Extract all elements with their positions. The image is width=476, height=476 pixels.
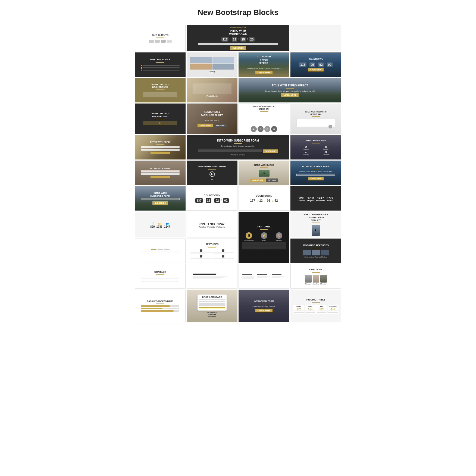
progress3 <box>141 310 180 312</box>
stat2-l3: Followers <box>217 226 226 228</box>
users-say1-block: WHAT OUR FANTASTICUSERS SAY A B C D <box>239 104 289 134</box>
typed-wide-desc: Lorem ipsum dolor sit amet consectetur a… <box>255 90 325 92</box>
accent-line23 <box>260 304 268 304</box>
stat-d1: 899 <box>298 196 305 200</box>
kenburns-block: KENBURNS &PARALLAX SLIDER Slider with ef… <box>187 104 237 134</box>
our-team-block: OUR TEAM Member Member Member <box>290 264 341 289</box>
intro-subscribe-block: INTRO WITH SUBSCRIBE FORM Lorem ipsum do… <box>187 135 289 159</box>
accent-line3 <box>260 66 268 66</box>
our-clients-block: OUR CLIENTS <box>135 25 186 51</box>
intro-form2-label: INTRO WITH FORM <box>150 167 170 170</box>
stat-d4: 3777 <box>327 196 333 200</box>
stats-dark-block: 899 Articles 1783 Projects 1247 Follower… <box>290 186 341 211</box>
form-input2 <box>141 149 180 151</box>
intro-image-btn2[interactable]: TRY NOW <box>266 178 278 182</box>
stat-i2: 1783 <box>156 225 162 228</box>
email-form-input <box>296 174 335 176</box>
pricing-col2: Basic $10 <box>305 305 316 314</box>
intro-subscribe-btn[interactable]: SUBSCRIBE <box>263 149 278 153</box>
pricing-col4: Business $10 <box>328 305 339 314</box>
stat-dl1: Articles <box>298 200 305 202</box>
cd4-mins: 02 <box>267 199 270 202</box>
typed-desc: Lorem ipsum dolor sit amet consectetur <box>247 68 281 70</box>
countdown1-numbers: 137 : 12 : 02 : 02 <box>195 198 228 203</box>
countdown1-label: COUNTDOWN <box>204 194 220 197</box>
photos-label: Gallery <box>209 71 215 73</box>
mobirise-features-label: MOBIRISE FEATURES <box>303 244 329 247</box>
stats-icons-block: 📄 899 📁 1783 👥 1247 <box>135 212 186 237</box>
accent-line22 <box>156 303 164 304</box>
features-dark-block: FEATURES 📱 Responsive ⚡ Fast 🎨 Design <box>239 212 289 263</box>
form-input1 <box>141 146 180 148</box>
accent-line2 <box>156 62 164 63</box>
cd-mins: 25 <box>240 37 246 42</box>
team-member3: Member <box>320 283 327 285</box>
intro-subscribe2-block: INTRO WITHSUBSCRIBE FORM SUBSCRIBE <box>135 186 186 211</box>
cd3-mins: 02 <box>214 198 220 203</box>
intro-form3-block: INTRO WITH FORM Lorem ipsum dolor sit am… <box>239 290 289 322</box>
countdown2-label: COUNTDOWN <box>256 195 272 198</box>
accent-line19 <box>312 248 320 248</box>
typed-button[interactable]: LEARN MORE <box>255 71 273 74</box>
icon-label4: Support <box>316 154 335 155</box>
countdown-city-btn[interactable]: SUBSCRIBE <box>308 68 324 71</box>
accent-line11 <box>234 143 242 144</box>
countdown-city-label: COUNTDOWN <box>309 58 323 61</box>
intro-subscribe-desc: Lorem ipsum dolor sit amet consectetur <box>221 145 255 147</box>
subscribe2-btn[interactable]: SUBSCRIBE <box>152 201 168 205</box>
intro-countdown-label: INTRO WITHCOUNTDOWN <box>229 29 247 36</box>
testimonial-photos: A B C D <box>251 126 277 132</box>
progress1 <box>141 305 180 307</box>
legal-block <box>239 264 289 289</box>
pricing-cols: Starter $10 Basic $10 Pro $10 <box>292 305 340 314</box>
email-form-btn[interactable]: SUBSCRIBE <box>308 177 324 180</box>
countdown2-numbers: 137 : 12 : 02 : 52 <box>250 199 278 202</box>
kenburns-btn1[interactable]: LEARN MORE <box>198 124 213 127</box>
multi-text <box>315 35 317 42</box>
timeline-label: TIMELINE BLOCK <box>150 58 171 61</box>
nav-mock <box>151 249 170 250</box>
progress-bars-label: BASIC PROGRESS BARS <box>147 300 173 303</box>
desk-photo-block: Photo Block <box>187 78 237 102</box>
intro-subscribe-label: INTRO WITH SUBSCRIBE FORM <box>217 139 259 142</box>
stats-icons-row: 📄 899 📁 1783 👥 1247 <box>150 222 170 228</box>
cd4-secs: 52 <box>274 199 278 202</box>
typed-wide-btn[interactable]: LEARN MORE <box>281 93 298 97</box>
countdown1-block: COUNTDOWN 137 : 12 : 02 : 02 <box>187 186 237 211</box>
cd3-secs: 02 <box>223 198 228 203</box>
stat-i3: 1247 <box>164 225 170 228</box>
features-dark-label: FEATURES <box>258 225 271 228</box>
form2-btn <box>151 176 170 178</box>
cd3-days: 137 <box>195 198 202 203</box>
icon-label2: Quality <box>316 148 335 150</box>
intro-form3-btn[interactable]: LEARN MORE <box>255 309 273 312</box>
pricing-col3: Pro $10 <box>316 305 327 314</box>
stats2-row: 899 Articles 1783 Projects 1247 Follower… <box>199 222 226 228</box>
accent-line21 <box>312 272 320 273</box>
form2-input2 <box>141 173 180 175</box>
intro-video-block: INTRO WITH VIDEO POPUP ▶ 18 <box>187 161 237 185</box>
title-typed-wide-block: TITLE WITH TYPED EFFECT Lorem ipsum dolo… <box>239 78 341 102</box>
icon-label1: Feature <box>296 148 315 150</box>
video-number: 18 <box>211 178 213 180</box>
intro-form1-block: INTRO WITH FORM <box>135 135 186 159</box>
countdown-city-block: COUNTDOWN 115 : 05 : 52 : 09 SUBSCRIBE <box>290 52 341 77</box>
nav-block <box>135 239 186 263</box>
multipurpose-block <box>290 25 341 51</box>
intro-email-block: INTRO WITH EMAIL FORM Lorem ipsum dolor … <box>290 161 341 185</box>
intro-image-label: INTRO WITH IMAGE <box>254 164 274 167</box>
play-button[interactable]: ▶ <box>209 171 215 177</box>
subscribe-button[interactable]: SUBSCRIBE <box>230 46 246 50</box>
email-form-desc: Lorem ipsum dolor sit amet consectetur <box>299 171 333 173</box>
typography-block <box>187 264 237 289</box>
accent-line14 <box>260 167 268 168</box>
kenburns-btn2[interactable]: SEE MORE <box>214 124 227 127</box>
accent-line17 <box>312 223 320 223</box>
stat2-l2: Projects <box>207 226 215 228</box>
intro-image-btn1[interactable]: LEARN MORE <box>250 178 265 182</box>
meet-mobirise-block: MEET THE MOBIRISE 3LANDING PAGETOOLKIT 📱 <box>290 212 341 237</box>
subscribe2-input <box>141 198 180 200</box>
email-input-mock <box>198 43 278 45</box>
accent-line4 <box>156 89 164 90</box>
mobirise-sublabel: Responsive | Retina | Modern <box>305 256 327 258</box>
